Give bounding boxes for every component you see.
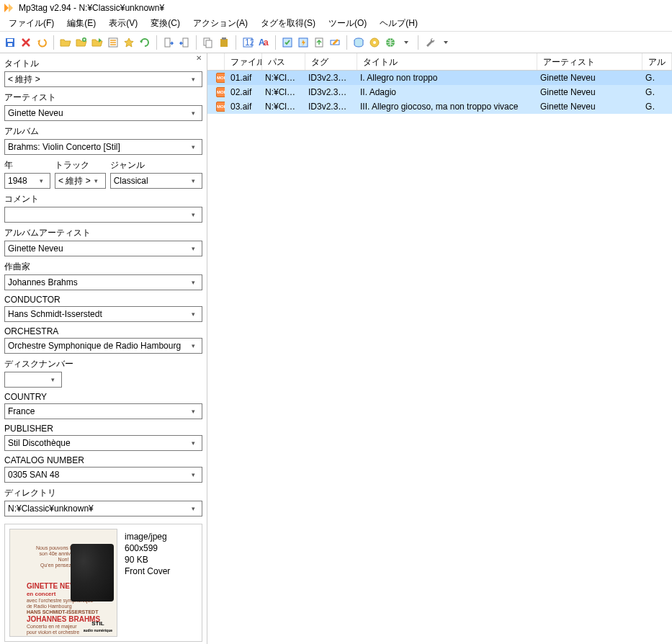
chevron-down-icon[interactable]: ▾ xyxy=(35,177,47,184)
input-composer[interactable]: Johannes Brahms▾ xyxy=(4,274,202,290)
input-conductor[interactable]: Hans Schmidt-Isserstedt▾ xyxy=(4,306,202,322)
label-genre: ジャンル xyxy=(110,159,202,171)
copy-icon[interactable] xyxy=(201,35,215,50)
chevron-down-icon[interactable]: ▾ xyxy=(187,76,199,83)
refresh-icon[interactable] xyxy=(138,35,152,50)
chevron-down-icon[interactable]: ▾ xyxy=(187,310,199,318)
chevron-down-icon[interactable]: ▾ xyxy=(187,505,199,512)
col-album[interactable]: アル xyxy=(642,53,672,70)
playlist-icon[interactable] xyxy=(106,35,120,50)
cell-filename: 03.aif xyxy=(225,100,259,113)
label-track: トラック xyxy=(55,159,106,171)
action-icon[interactable] xyxy=(280,35,295,50)
chevron-down-icon[interactable]: ▾ xyxy=(187,408,199,415)
input-discnumber[interactable]: ▾ xyxy=(4,372,62,388)
col-tag[interactable]: タグ xyxy=(305,53,357,70)
chevron-down-icon[interactable]: ▾ xyxy=(187,245,199,252)
tag-from-file-icon[interactable] xyxy=(161,35,176,50)
col-filename[interactable]: ファイル名 xyxy=(225,53,262,70)
chevron-down-icon[interactable]: ▾ xyxy=(187,439,199,447)
rename-icon[interactable] xyxy=(328,35,342,50)
tools-icon[interactable] xyxy=(423,35,437,50)
case-icon[interactable]: Aa xyxy=(256,35,271,50)
menu-convert[interactable]: 変換(C) xyxy=(145,16,186,31)
toolbar-separator xyxy=(275,35,276,50)
col-title[interactable]: タイトル xyxy=(357,53,537,70)
label-artist: アーティスト xyxy=(4,91,202,104)
input-album-artist[interactable]: Ginette Neveu▾ xyxy=(4,241,202,256)
folder-play-icon[interactable] xyxy=(90,35,104,50)
menu-file[interactable]: ファイル(F) xyxy=(3,16,60,31)
dropdown-icon[interactable] xyxy=(439,35,453,50)
quick-action-icon[interactable] xyxy=(296,35,310,50)
chevron-down-icon[interactable]: ▾ xyxy=(187,471,199,478)
col-artist[interactable]: アーティスト xyxy=(537,53,642,70)
label-orchestra: ORCHESTRA xyxy=(4,326,202,336)
label-album-artist: アルバムアーティスト xyxy=(4,227,202,239)
folder-add-icon[interactable] xyxy=(74,35,89,50)
delete-icon[interactable] xyxy=(19,35,33,50)
cover-image[interactable]: Nous pouvons bien fêter son 40e annivers… xyxy=(9,529,117,637)
input-genre[interactable]: Classical▾ xyxy=(110,173,202,189)
cell-filename: 02.aif xyxy=(225,86,259,99)
audio-file-icon: MOD xyxy=(216,102,225,112)
input-year[interactable]: 1948▾ xyxy=(4,173,50,189)
chevron-down-icon[interactable]: ▾ xyxy=(47,376,58,383)
audio-file-icon: MOD xyxy=(216,87,225,97)
chevron-down-icon[interactable]: ▾ xyxy=(91,177,102,184)
input-artist[interactable]: Ginette Neveu▾ xyxy=(4,105,202,121)
label-comment: コメント xyxy=(4,193,202,205)
label-title: タイトル xyxy=(4,58,202,70)
chevron-down-icon[interactable]: ▾ xyxy=(187,211,199,218)
input-comment[interactable]: ▾ xyxy=(4,207,202,223)
label-year: 年 xyxy=(4,159,50,171)
table-row[interactable]: MOD03.aifN:¥Cla...ID3v2.3 (I...III. Alle… xyxy=(207,99,672,114)
save-icon[interactable] xyxy=(3,35,17,50)
favorite-icon[interactable] xyxy=(122,35,136,50)
cover-size: 90 KB xyxy=(125,555,170,565)
menu-view[interactable]: 表示(V) xyxy=(103,16,143,31)
table-row[interactable]: MOD02.aifN:¥Cla...ID3v2.3 (I...II. Adagi… xyxy=(207,85,672,99)
input-track[interactable]: < 維持 >▾ xyxy=(55,173,106,189)
col-path[interactable]: パス xyxy=(262,53,305,70)
dropdown-icon[interactable] xyxy=(399,35,413,50)
chevron-down-icon[interactable]: ▾ xyxy=(187,342,199,349)
menu-help[interactable]: ヘルプ(H) xyxy=(374,16,424,31)
web-source-icon[interactable] xyxy=(383,35,398,50)
menu-actions[interactable]: アクション(A) xyxy=(187,16,254,31)
freedb-icon[interactable] xyxy=(351,35,366,50)
svg-rect-5 xyxy=(165,38,170,47)
cell-tag: ID3v2.3 (I... xyxy=(303,71,354,84)
table-row[interactable]: MOD01.aifN:¥Cla...ID3v2.3 (I...I. Allegr… xyxy=(207,71,672,85)
close-icon[interactable]: ✕ xyxy=(194,53,204,63)
file-from-tag-icon[interactable] xyxy=(177,35,192,50)
chevron-down-icon[interactable]: ▾ xyxy=(187,143,199,151)
undo-icon[interactable] xyxy=(35,35,49,50)
svg-rect-10 xyxy=(222,37,226,40)
label-composer: 作曲家 xyxy=(4,261,202,273)
menu-tools[interactable]: ツール(O) xyxy=(323,16,372,31)
chevron-down-icon[interactable]: ▾ xyxy=(187,109,199,117)
col-icon[interactable] xyxy=(207,53,225,70)
discogs-icon[interactable] xyxy=(367,35,382,50)
menu-tag-sources[interactable]: タグを取得(S) xyxy=(255,16,321,31)
export-icon[interactable] xyxy=(312,35,326,50)
autonumber-icon[interactable]: 12 xyxy=(241,35,255,50)
input-directory[interactable]: N:¥Classic¥unknown¥▾ xyxy=(4,501,202,516)
input-catalog[interactable]: 0305 SAN 48▾ xyxy=(4,467,202,483)
menu-edit[interactable]: 編集(E) xyxy=(61,16,102,31)
input-country[interactable]: France▾ xyxy=(4,403,202,419)
input-publisher[interactable]: Stil Discothèque▾ xyxy=(4,435,202,451)
folder-open-icon[interactable] xyxy=(58,35,73,50)
input-title[interactable]: < 維持 >▾ xyxy=(4,71,202,87)
tag-panel: ✕ タイトル < 維持 >▾ アーティスト Ginette Neveu▾ アルバ… xyxy=(0,53,207,644)
cell-path: N:¥Cla... xyxy=(259,71,303,84)
cover-area: Nous pouvons bien fêter son 40e annivers… xyxy=(4,524,202,642)
input-orchestra[interactable]: Orchestre Symphonique de Radio Hambourg▾ xyxy=(4,338,202,354)
chevron-down-icon[interactable]: ▾ xyxy=(187,279,199,286)
paste-icon[interactable] xyxy=(217,35,231,50)
input-album[interactable]: Brahms: Violin Concerto [Stil]▾ xyxy=(4,139,202,155)
chevron-down-icon[interactable]: ▾ xyxy=(187,177,199,184)
toolbar: 12 Aa xyxy=(0,32,672,53)
label-publisher: PUBLISHER xyxy=(4,424,202,434)
